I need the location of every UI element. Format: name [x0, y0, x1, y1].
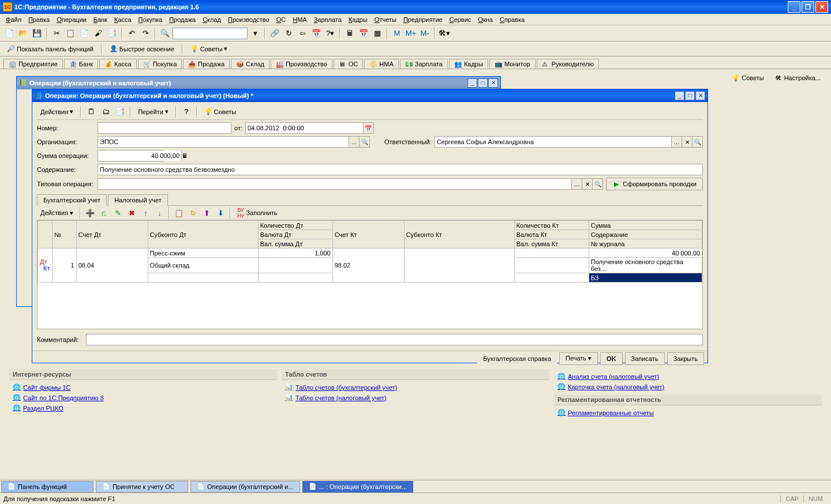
navtab-4[interactable]: 📤Продажа: [183, 59, 230, 69]
input-typeop[interactable]: [98, 179, 571, 189]
copy-icon[interactable]: 📋: [64, 27, 77, 40]
menu-14[interactable]: Предприятие: [400, 15, 446, 24]
menu-6[interactable]: Продажа: [166, 15, 199, 24]
link-icon[interactable]: 🔗: [268, 27, 281, 40]
menu-12[interactable]: Кадры: [345, 15, 371, 24]
panel-righttop-link-1[interactable]: 🌐Карточка счета (налоговый учет): [557, 382, 818, 392]
menu-11[interactable]: Зарплата: [310, 15, 345, 24]
panel-internet-link-1[interactable]: 🌐Сайт по 1С:Предприятию 8: [13, 393, 274, 403]
menu-3[interactable]: Банк: [90, 15, 111, 24]
dlg-min-icon[interactable]: _: [675, 91, 684, 100]
calc-picker-icon[interactable]: 🖩: [181, 151, 188, 161]
task-btn-3[interactable]: 📄... : Операция (бухгалтерски...: [302, 481, 413, 492]
menu-1[interactable]: Правка: [25, 15, 53, 24]
quick-start-button[interactable]: 👤Быстрое освоение: [106, 43, 178, 55]
menu-13[interactable]: Отчеты: [371, 15, 400, 24]
task-btn-0[interactable]: 📄Панель функций: [1, 481, 93, 492]
input-date[interactable]: [246, 123, 363, 133]
menu-2[interactable]: Операции: [53, 15, 89, 24]
grid-sync-icon[interactable]: ↻: [186, 206, 199, 219]
delete-row-icon[interactable]: ✖: [125, 206, 138, 219]
date-icon[interactable]: 📅: [357, 27, 370, 40]
grid-actions-dropdown[interactable]: Действия ▾: [37, 206, 77, 219]
dropdown-icon[interactable]: ▾: [249, 27, 261, 40]
navtab-8[interactable]: 📀НМА: [364, 59, 398, 69]
up-icon[interactable]: ↑: [139, 206, 152, 219]
goto-dropdown[interactable]: Перейти ▾: [134, 106, 172, 118]
new-icon[interactable]: 📄: [3, 27, 16, 40]
navtab-3[interactable]: 🛒Покупка: [138, 59, 182, 69]
advice-tips-button[interactable]: 💡Советы: [728, 72, 767, 84]
navtab-10[interactable]: 👥Кадры: [449, 59, 488, 69]
calendar-picker-icon[interactable]: 📅: [363, 123, 373, 133]
menu-10[interactable]: НМА: [289, 15, 310, 24]
maximize-button[interactable]: ❐: [802, 1, 814, 13]
panel-reg-link-0[interactable]: 🌐Регламентированные отчеты: [557, 408, 818, 418]
bg-window-title[interactable]: 📗 Операции (бухгалтерский и налоговый уч…: [17, 77, 500, 89]
tab-bu[interactable]: Бухгалтерский учет: [37, 194, 107, 206]
navtab-0[interactable]: 🏢Предприятие: [3, 59, 63, 69]
input-number[interactable]: [98, 122, 231, 134]
input-org[interactable]: [98, 137, 349, 147]
input-comment[interactable]: [86, 334, 703, 345]
back-icon[interactable]: ⇦: [296, 27, 309, 40]
save-icon[interactable]: 💾: [31, 27, 43, 40]
ok-button[interactable]: OK: [600, 352, 623, 365]
m-minus-icon[interactable]: М-: [418, 27, 431, 40]
calendar-icon[interactable]: 📅: [310, 27, 323, 40]
fill-button[interactable]: ВУНУ Заполнить: [234, 206, 280, 219]
redo-icon[interactable]: ↷: [139, 27, 152, 40]
navtab-7[interactable]: 🖥ОС: [334, 59, 364, 69]
navtab-1[interactable]: 🏦Банк: [64, 59, 98, 69]
navtab-2[interactable]: 💰Касса: [99, 59, 137, 69]
menu-4[interactable]: Касса: [111, 15, 135, 24]
calc-icon[interactable]: 🖩: [343, 27, 356, 40]
copy-row-icon[interactable]: ⎌: [98, 206, 110, 219]
minimize-button[interactable]: _: [788, 1, 800, 13]
dlg-max-icon[interactable]: □: [685, 91, 695, 100]
menu-5[interactable]: Покупка: [135, 15, 166, 24]
input-content[interactable]: [98, 164, 703, 175]
dlg-close-icon[interactable]: ✕: [695, 91, 705, 100]
input-resp[interactable]: [435, 137, 671, 147]
tips-button[interactable]: 💡Советы ▾: [187, 43, 231, 55]
item-icon[interactable]: 🗒: [85, 106, 98, 118]
resp-select-icon[interactable]: …: [671, 137, 682, 147]
org-select-icon[interactable]: …: [349, 137, 359, 147]
m-icon[interactable]: М: [391, 27, 403, 40]
make-entries-button[interactable]: ▶Сформировать проводки: [606, 178, 703, 190]
grid-upload-icon[interactable]: ⬆: [200, 206, 213, 219]
paste2-icon[interactable]: 📑: [106, 27, 118, 40]
help-form-icon[interactable]: ?: [180, 106, 193, 118]
menu-0[interactable]: Файл: [2, 15, 25, 24]
menu-7[interactable]: Склад: [199, 15, 224, 24]
props-icon[interactable]: ▦: [371, 27, 384, 40]
show-panel-button[interactable]: 🔎Показать панель функций: [3, 43, 97, 55]
typeop-search-icon[interactable]: 🔍: [592, 179, 602, 189]
panel-internet-link-0[interactable]: 🌐Сайт фирмы 1С: [13, 382, 274, 393]
menu-16[interactable]: Окна: [474, 15, 496, 24]
search-icon[interactable]: 🔍: [159, 27, 171, 40]
paste-icon[interactable]: 📄: [78, 27, 91, 40]
search-input[interactable]: [173, 28, 248, 39]
input-sum[interactable]: [98, 151, 181, 161]
panel-tablo-link-1[interactable]: 📊Табло счетов (налоговый учет): [285, 393, 546, 403]
grid-copy-icon[interactable]: 📋: [173, 206, 185, 219]
panel-righttop-link-0[interactable]: 🌐Анализ счета (налоговый учет): [557, 371, 818, 382]
refresh-icon[interactable]: ↻: [282, 27, 295, 40]
bg-min-icon[interactable]: _: [467, 78, 477, 88]
panel-tablo-link-0[interactable]: 📊Табло счетов (бухгалтерский учет): [285, 382, 546, 393]
dialog-titlebar[interactable]: 📘 Операция: Операция (бухгалтерский и на…: [32, 89, 708, 102]
menu-9[interactable]: ОС: [273, 15, 290, 24]
typeop-select-icon[interactable]: …: [571, 179, 582, 189]
bg-close-icon[interactable]: ✕: [488, 78, 498, 88]
tips-form-button[interactable]: 💡Советы: [201, 106, 239, 118]
task-btn-1[interactable]: 📄Принятие к учету ОС: [96, 481, 188, 492]
edit-row-icon[interactable]: ✎: [111, 206, 124, 219]
open-icon[interactable]: 📂: [17, 27, 29, 40]
org-search-icon[interactable]: 🔍: [359, 137, 369, 147]
print-button[interactable]: Печать ▾: [559, 352, 598, 365]
resp-search-icon[interactable]: 🔍: [692, 137, 702, 147]
selected-cell[interactable]: БЗ: [589, 273, 702, 283]
resp-clear-icon[interactable]: ✕: [682, 137, 692, 147]
